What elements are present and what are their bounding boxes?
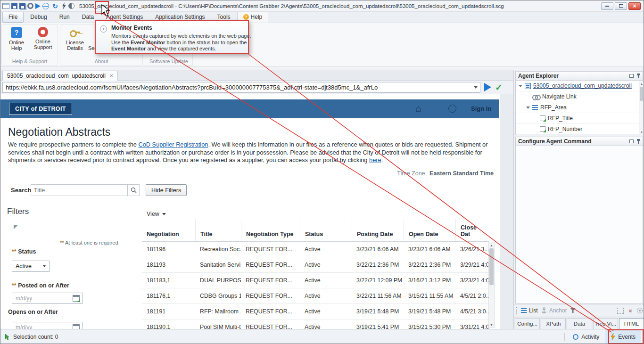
scrollbar-thumb[interactable] (489, 248, 494, 285)
minimize-button[interactable] (601, 2, 613, 10)
panel-tab-data[interactable]: Data (567, 318, 592, 329)
run-icon[interactable] (35, 3, 41, 9)
search-button[interactable] (128, 184, 140, 196)
scroll-up-icon[interactable]: ▲ (489, 242, 494, 248)
save-all-icon[interactable] (19, 3, 25, 9)
panel-tab-html[interactable]: HTML (619, 318, 644, 329)
table-cell: 3/22/21 2:36 PM (404, 262, 455, 268)
panel-tab-config[interactable]: Config... (515, 318, 540, 329)
clear-selection-icon[interactable] (627, 308, 634, 314)
search-input[interactable] (31, 184, 128, 196)
table-scrollbar[interactable]: ▲ ▼ (488, 242, 495, 328)
help-icon (243, 14, 249, 20)
column-header-negotiation-type[interactable]: Negotiation Type (241, 219, 300, 241)
ribbon-button-online-support[interactable]: Online Support (30, 25, 56, 57)
table-row[interactable]: 181196Recreation Soc...REQUEST FOR...Act… (142, 242, 489, 257)
online-support-icon (38, 27, 48, 37)
ribbon-button-license-details[interactable]: License Details (62, 25, 88, 57)
tree-item-rfp-number[interactable]: RFP_Number (516, 124, 643, 135)
table-cell: 3/22/21 11:56 AM (352, 293, 404, 299)
ribbon-tab-run[interactable]: Run (54, 12, 75, 22)
calendar-icon[interactable] (73, 324, 80, 329)
list-button[interactable]: List (521, 307, 538, 314)
panel-tab-tree-vi[interactable]: Tree Vi... (593, 318, 618, 329)
info-icon[interactable] (448, 105, 456, 113)
close-button[interactable] (628, 2, 641, 10)
column-header-open-date[interactable]: Open Date (404, 219, 455, 241)
column-header-status[interactable]: Status (300, 219, 352, 241)
panel-toolbar: List Anchor (514, 304, 644, 317)
column-header-negotiation[interactable]: Negotiation (142, 231, 195, 241)
table-row[interactable]: 181193Sanitation Servi...REQUEST FOR...A… (142, 257, 489, 273)
view-menu[interactable]: View (147, 211, 166, 217)
table-row[interactable]: 181190,1Pool SIM Multi-t...REQUEST FOR..… (142, 319, 489, 329)
pin-panel-icon[interactable] (636, 73, 640, 79)
hide-filters-button[interactable]: Hide Filters (146, 184, 187, 196)
supplier-registration-link[interactable]: CoD Supplier Registration (138, 141, 208, 148)
document-tab[interactable]: 53005_oraclecloud_com_updatedscroll (2, 71, 118, 81)
expander-caret-icon[interactable] (526, 106, 530, 109)
activity-button[interactable]: Activity (568, 329, 604, 344)
collapse-filters-icon[interactable]: ◤ (14, 224, 17, 230)
ribbon-tab-debug[interactable]: Debug (25, 12, 52, 22)
anchor-button[interactable]: Anchor (541, 307, 567, 314)
table-row[interactable]: 181191RFP: Mailroom ...REQUEST FOR...Act… (142, 304, 489, 319)
column-header-close-dat[interactable]: Close Dat (455, 219, 489, 241)
table-cell: 3/23/21 6:06 AM (352, 246, 404, 253)
save-icon[interactable] (11, 3, 17, 9)
sign-in-link[interactable]: Sign In (471, 105, 491, 112)
ribbon-button-online-help[interactable]: Online Help (4, 25, 29, 57)
here-link[interactable]: here (369, 156, 381, 164)
settings-gear-icon[interactable] (27, 3, 33, 9)
validate-icon[interactable]: ✓ (495, 83, 503, 92)
monitor-events-icon[interactable] (61, 2, 66, 9)
tree-item-rfp-title[interactable]: RFP_Title (516, 113, 643, 124)
filter-icon[interactable] (570, 308, 576, 313)
tree-item-navigate-link[interactable]: Navigate Link (516, 91, 643, 102)
contrast-icon[interactable] (68, 3, 74, 9)
go-button[interactable] (484, 83, 491, 91)
tree-item-53005-oraclecloud-com-updatedscroll[interactable]: 53005_oraclecloud_com_updatedscroll (516, 81, 643, 91)
scroll-down-icon[interactable]: ▼ (639, 130, 644, 135)
posted-date-input[interactable]: m/d/yy (12, 293, 83, 304)
url-dropdown-icon[interactable] (474, 86, 478, 89)
table-row[interactable]: 181176,1CDBG Groups 1...REQUEST FOR...Ac… (142, 288, 489, 304)
tooltip-title: Monitor Events (111, 25, 245, 31)
table-row[interactable]: 181183,1DUAL PURPOS...REQUEST FOR...Acti… (142, 273, 489, 288)
home-icon[interactable]: ⌂ (415, 103, 421, 114)
scroll-down-icon[interactable]: ▼ (489, 322, 494, 328)
selection-count: Selection count: 0 (4, 334, 58, 340)
refresh-icon[interactable] (51, 2, 59, 10)
url-input[interactable] (2, 82, 480, 93)
status-select[interactable]: Active (12, 261, 50, 272)
content-grabber-window: 53005_oraclecloud_com_updatedscroll - C:… (0, 0, 644, 344)
status-bar: Selection count: 0 Activity Events (0, 329, 644, 344)
tooltip-line: Use the Event Monitor button in the stat… (111, 40, 245, 46)
float-panel-icon[interactable] (629, 139, 634, 143)
panel-tab-xpath[interactable]: XPath (541, 318, 566, 329)
column-header-posting-date[interactable]: Posting Date (352, 219, 404, 241)
events-button[interactable]: Events (605, 329, 641, 344)
web-help-icon[interactable] (42, 3, 49, 9)
opens-date-input[interactable]: m/d/yy (12, 322, 83, 329)
scroll-up-icon[interactable]: ▲ (639, 81, 644, 86)
calendar-icon[interactable] (73, 295, 80, 302)
timezone-value: Eastern Standard Time (429, 170, 494, 177)
close-tab-icon[interactable] (110, 73, 113, 79)
tree-scrollbar[interactable]: ▲ ▼ (639, 81, 644, 135)
ribbon-tab-file[interactable]: File (2, 12, 24, 23)
city-of-detroit-logo[interactable]: CITY of DETROIT (9, 103, 72, 115)
expander-caret-icon[interactable] (519, 85, 522, 87)
table-layout-icon[interactable] (2, 3, 9, 9)
select-region-icon[interactable] (617, 308, 624, 314)
quick-access-toolbar (2, 2, 74, 10)
table-cell: 4/5/21 3:0... (455, 308, 489, 315)
scrollbar-thumb[interactable] (640, 87, 643, 101)
ribbon-group-help-support: Online HelpOnline SupportHelp & Support (1, 24, 58, 66)
crosshair-icon[interactable] (637, 308, 643, 313)
tree-item-rfp-area[interactable]: RFP_Area (516, 102, 643, 113)
float-panel-icon[interactable] (629, 74, 634, 78)
maximize-button[interactable] (615, 2, 627, 10)
column-header-title[interactable]: Title (195, 219, 241, 241)
pin-panel-icon[interactable] (636, 139, 640, 144)
